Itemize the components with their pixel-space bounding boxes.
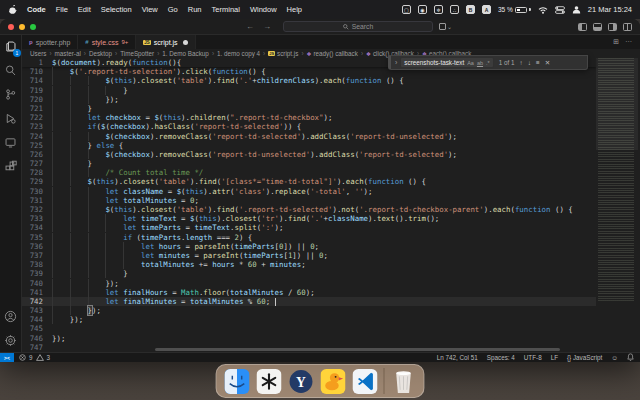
code-line[interactable]: 714 $(this).closest('table').find('.'+ch… — [22, 76, 596, 85]
line-number[interactable]: 724 — [22, 132, 52, 141]
dock-icon-duck[interactable] — [320, 368, 346, 394]
maximize-window-button[interactable] — [30, 24, 36, 30]
code-line[interactable]: 720 }); — [22, 95, 596, 104]
code-line[interactable]: 731 let totalMinutes = 0; — [22, 196, 596, 205]
record-icon[interactable]: ◉ — [418, 5, 427, 14]
status-item-utf-8[interactable]: UTF-8 — [524, 354, 542, 361]
code-line[interactable]: 734 let timeParts = timeText.split(':'); — [22, 223, 596, 232]
account-icon[interactable] — [3, 309, 18, 324]
run-and-debug-icon[interactable] — [3, 111, 18, 126]
command-center-search[interactable]: Search — [283, 21, 433, 32]
line-number[interactable]: 725 — [22, 141, 52, 150]
screen-icon[interactable]: ▢ — [402, 5, 411, 14]
line-number[interactable]: 733 — [22, 214, 52, 223]
next-match-icon[interactable]: ↓ — [528, 59, 531, 66]
dock-icon-trash[interactable] — [391, 368, 417, 394]
line-number[interactable]: 737 — [22, 251, 52, 260]
explorer-icon[interactable]: 1 — [3, 39, 18, 54]
breadcrumb-item[interactable]: Users — [30, 50, 46, 57]
code-line[interactable]: 719 } — [22, 86, 596, 95]
code-line[interactable]: 739 } — [22, 269, 596, 278]
toggle-replace-icon[interactable]: › — [395, 59, 397, 66]
dock-icon-finder[interactable] — [224, 368, 250, 394]
line-number[interactable]: 710 — [22, 67, 52, 76]
dock-icon-vscode[interactable] — [352, 368, 378, 394]
toggle-primary-sidebar-icon[interactable] — [578, 23, 587, 31]
line-number[interactable]: 719 — [22, 86, 52, 95]
status-item-lf[interactable]: LF — [551, 354, 558, 361]
line-number[interactable]: 728 — [22, 168, 52, 177]
problems-indicator[interactable]: 9 3 — [19, 354, 50, 361]
search-view-icon[interactable] — [3, 63, 18, 78]
source-control-icon[interactable] — [3, 87, 18, 102]
regex-icon[interactable]: .* — [486, 60, 490, 66]
line-number[interactable]: 743 — [22, 306, 52, 315]
code-line[interactable]: 724 $(checkbox).removeClass('report-td-s… — [22, 132, 596, 141]
code-line[interactable]: 729 $(this).closest('table').find('[clas… — [22, 177, 596, 186]
code-line[interactable]: 736 let hours = parseInt(timeParts[0]) |… — [22, 242, 596, 251]
status-item-spaces-4[interactable]: Spaces: 4 — [487, 354, 515, 361]
line-number[interactable]: 740 — [22, 279, 52, 288]
line-number[interactable]: 744 — [22, 315, 52, 324]
tab-spotter.php[interactable]: pspotter.php — [22, 35, 78, 49]
line-number[interactable]: 735 — [22, 233, 52, 242]
code-line[interactable]: 742 let finalMinutes = totalMinutes % 60… — [22, 297, 596, 306]
toggle-panel-icon[interactable] — [593, 23, 602, 31]
code-line[interactable]: 721 } — [22, 104, 596, 113]
dock-icon-chatgpt[interactable] — [256, 368, 282, 394]
split-editor-icon[interactable]: ⊞ — [613, 38, 619, 46]
menu-item-terminal[interactable]: Terminal — [212, 5, 240, 14]
user-switch-icon[interactable] — [572, 5, 581, 14]
breadcrumb-item[interactable]: 1. demo copy 4 — [217, 50, 260, 57]
match-case-icon[interactable]: Aa — [467, 60, 474, 66]
paw-icon[interactable]: ∴ — [450, 5, 459, 14]
breadcrumb-item[interactable]: Desktop — [89, 50, 112, 57]
line-number[interactable]: 734 — [22, 223, 52, 232]
close-find-icon[interactable]: ✕ — [545, 59, 550, 67]
code-line[interactable]: 740 }); — [22, 279, 596, 288]
navigate-forward-button[interactable]: → — [263, 22, 271, 31]
menu-item-file[interactable]: File — [56, 5, 68, 14]
code-line[interactable]: 727 } — [22, 159, 596, 168]
app-a-icon[interactable]: A — [482, 5, 491, 14]
code-line[interactable]: 725 } else { — [22, 141, 596, 150]
extensions-icon[interactable] — [3, 159, 18, 174]
menu-item-run[interactable]: Run — [188, 5, 202, 14]
code-line[interactable]: 730 let className = $(this).attr('class'… — [22, 187, 596, 196]
status-item-ln-742-col-51[interactable]: Ln 742, Col 51 — [437, 354, 478, 361]
line-number[interactable]: 714 — [22, 76, 52, 85]
code-line[interactable]: 726 $(checkbox).removeClass('report-td-u… — [22, 150, 596, 159]
menu-item-edit[interactable]: Edit — [78, 5, 91, 14]
code-line[interactable]: 733 let timeText = $(this).closest('tr')… — [22, 214, 596, 223]
code-line[interactable]: 723 if($(checkbox).hasClass('report-td-s… — [22, 122, 596, 131]
horizontal-scrollbar[interactable] — [155, 348, 560, 352]
more-actions-icon[interactable]: ⋯ — [625, 38, 632, 46]
minimap[interactable] — [598, 58, 634, 302]
menu-item-view[interactable]: View — [142, 5, 158, 14]
find-in-selection-icon[interactable]: ≡ — [536, 59, 540, 66]
wifi-icon[interactable] — [538, 6, 548, 14]
line-number[interactable]: 745 — [22, 324, 52, 333]
apple-menu-icon[interactable] — [8, 5, 17, 15]
code-line[interactable]: 744 }); — [22, 315, 596, 324]
line-number[interactable]: 722 — [22, 113, 52, 122]
line-number[interactable]: 738 — [22, 260, 52, 269]
app-b-icon[interactable]: B — [466, 5, 475, 14]
line-number[interactable]: 727 — [22, 159, 52, 168]
navigate-back-button[interactable]: ← — [246, 22, 254, 31]
line-number[interactable]: 726 — [22, 150, 52, 159]
code-line[interactable]: 738 totalMinutes += hours * 60 + minutes… — [22, 260, 596, 269]
line-number[interactable]: 730 — [22, 187, 52, 196]
close-window-button[interactable] — [8, 24, 14, 30]
tab-style.css[interactable]: #style.css9+ — [78, 35, 136, 49]
unsaved-dot-icon[interactable] — [183, 40, 188, 45]
previous-match-icon[interactable]: ↑ — [519, 59, 522, 66]
remote-explorer-icon[interactable] — [3, 135, 18, 150]
menu-bar-clock[interactable]: 21 Mar 15:24 — [588, 5, 632, 14]
feedback-smiley-icon[interactable]: ☺ — [611, 354, 618, 361]
status-item--javascript[interactable]: {} JavaScript — [567, 354, 602, 361]
whole-word-icon[interactable]: ab — [477, 60, 483, 66]
line-number[interactable]: 723 — [22, 122, 52, 131]
line-number[interactable]: 742 — [22, 297, 52, 306]
notifications-bell-icon[interactable] — [627, 353, 634, 362]
